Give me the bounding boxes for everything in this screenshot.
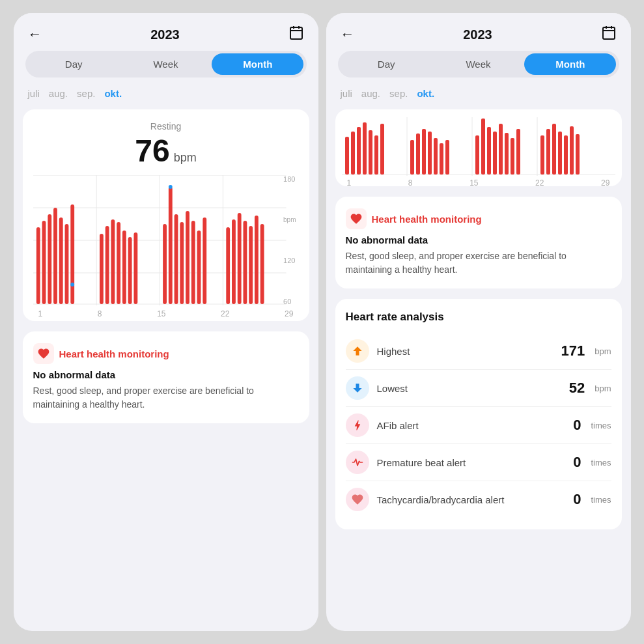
left-back-button[interactable]: ← xyxy=(28,26,42,43)
svg-rect-73 xyxy=(540,135,544,175)
svg-rect-56 xyxy=(374,135,378,175)
svg-rect-43 xyxy=(603,27,615,39)
left-resting-unit: bpm xyxy=(174,151,197,165)
svg-rect-27 xyxy=(163,224,167,304)
svg-rect-42 xyxy=(260,224,264,304)
right-tab-day[interactable]: Day xyxy=(341,53,432,75)
afib-label: AFib alert xyxy=(377,420,566,431)
svg-rect-31 xyxy=(180,222,184,304)
svg-rect-26 xyxy=(133,232,137,304)
svg-rect-38 xyxy=(237,213,241,304)
svg-rect-28 xyxy=(168,187,172,304)
svg-rect-57 xyxy=(380,124,384,175)
svg-rect-54 xyxy=(363,122,367,175)
left-tab-month[interactable]: Month xyxy=(212,53,303,75)
svg-rect-65 xyxy=(475,135,479,175)
svg-rect-36 xyxy=(226,227,230,304)
svg-rect-67 xyxy=(487,127,491,175)
left-month-okt[interactable]: okt. xyxy=(104,88,122,99)
right-chart: 1 8 15 22 29 xyxy=(342,117,615,176)
svg-rect-62 xyxy=(434,138,438,175)
right-heart-icon xyxy=(346,208,367,229)
svg-rect-52 xyxy=(351,132,355,175)
svg-rect-37 xyxy=(232,219,236,304)
left-resting-card: Resting 76 bpm 180 bpm 120 60 xyxy=(23,109,309,321)
svg-point-29 xyxy=(168,185,172,189)
analysis-title: Heart rate analysis xyxy=(346,311,611,324)
right-back-button[interactable]: ← xyxy=(341,26,355,43)
right-month-juli[interactable]: juli xyxy=(341,88,352,99)
svg-rect-25 xyxy=(128,237,132,304)
right-heart-title: Heart health monitoring xyxy=(372,214,482,225)
svg-rect-20 xyxy=(100,234,104,304)
left-heart-icon xyxy=(33,343,54,364)
svg-rect-53 xyxy=(357,127,361,175)
svg-rect-18 xyxy=(70,204,74,304)
svg-rect-71 xyxy=(511,138,514,175)
svg-rect-33 xyxy=(191,221,195,304)
right-year: 2023 xyxy=(463,27,492,42)
highest-icon xyxy=(346,339,369,363)
left-tab-bar: Day Week Month xyxy=(25,51,307,77)
svg-rect-74 xyxy=(546,129,550,175)
left-calendar-button[interactable] xyxy=(288,25,304,44)
right-month-sep[interactable]: sep. xyxy=(389,88,408,99)
svg-rect-35 xyxy=(203,217,206,304)
svg-rect-30 xyxy=(174,214,178,304)
svg-rect-55 xyxy=(369,130,372,175)
svg-rect-23 xyxy=(117,222,120,304)
svg-rect-58 xyxy=(410,140,414,175)
left-heart-header: Heart health monitoring xyxy=(33,343,299,364)
left-year: 2023 xyxy=(150,27,180,42)
premature-unit: times xyxy=(591,458,611,468)
afib-icon xyxy=(346,413,369,437)
left-chart-svg xyxy=(33,175,299,305)
right-tab-week[interactable]: Week xyxy=(432,53,524,75)
svg-rect-0 xyxy=(290,27,302,39)
lowest-label: Lowest xyxy=(377,383,561,394)
svg-rect-41 xyxy=(255,216,259,304)
svg-rect-21 xyxy=(105,226,109,304)
right-tab-bar: Day Week Month xyxy=(338,51,619,77)
svg-rect-76 xyxy=(558,132,562,175)
lowest-icon xyxy=(346,376,369,400)
svg-rect-14 xyxy=(48,214,51,304)
svg-rect-60 xyxy=(422,129,426,175)
right-heart-desc: Rest, good sleep, and proper exercise ar… xyxy=(346,249,611,277)
svg-rect-39 xyxy=(243,221,247,304)
svg-rect-64 xyxy=(445,140,449,175)
left-heart-desc: Rest, good sleep, and proper exercise ar… xyxy=(33,384,299,412)
afib-value: 0 xyxy=(573,417,581,434)
left-resting-value: 76 bpm xyxy=(33,133,299,169)
right-tab-month[interactable]: Month xyxy=(524,53,616,75)
left-tab-day[interactable]: Day xyxy=(28,53,120,75)
right-calendar-button[interactable] xyxy=(601,25,617,44)
svg-rect-77 xyxy=(564,135,568,175)
left-month-nav: juli aug. sep. okt. xyxy=(14,85,318,104)
svg-rect-51 xyxy=(345,137,349,175)
right-panel: ← 2023 Day Week Month juli aug. sep. okt… xyxy=(326,13,631,631)
left-chart-x-labels: 1 8 15 22 29 xyxy=(33,308,299,318)
right-month-okt[interactable]: okt. xyxy=(417,88,434,99)
left-header: ← 2023 xyxy=(14,13,318,51)
highest-value: 171 xyxy=(561,343,585,359)
left-month-sep[interactable]: sep. xyxy=(77,88,95,99)
left-panel: ← 2023 Day Week Month juli aug. sep. okt… xyxy=(14,13,318,631)
svg-rect-78 xyxy=(570,126,574,175)
left-tab-week[interactable]: Week xyxy=(120,53,212,75)
right-month-aug[interactable]: aug. xyxy=(361,88,380,99)
left-month-juli[interactable]: juli xyxy=(28,88,40,99)
svg-rect-75 xyxy=(552,124,556,175)
svg-rect-40 xyxy=(249,226,253,304)
left-heart-status: No abnormal data xyxy=(33,369,299,380)
left-chart: 180 bpm 120 60 xyxy=(33,175,299,305)
analysis-row-lowest: Lowest 52 bpm xyxy=(346,370,611,407)
svg-rect-72 xyxy=(516,129,520,175)
right-chart-svg xyxy=(342,117,615,176)
svg-rect-13 xyxy=(42,221,46,304)
right-heart-status: No abnormal data xyxy=(346,234,611,245)
left-month-aug[interactable]: aug. xyxy=(49,88,68,99)
svg-rect-63 xyxy=(440,143,443,175)
left-heart-card: Heart health monitoring No abnormal data… xyxy=(23,331,309,423)
left-resting-label: Resting xyxy=(33,121,299,132)
